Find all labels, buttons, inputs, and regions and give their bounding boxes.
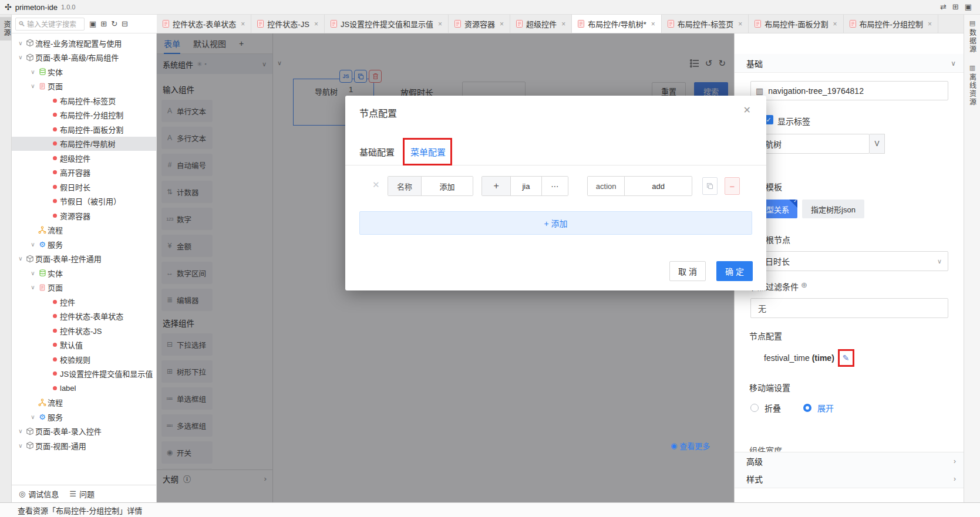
tree-item-18[interactable]: 控件 — [12, 295, 156, 309]
close-icon[interactable]: × — [314, 20, 318, 28]
root-node-select[interactable]: 假日时长 ∨ — [750, 251, 948, 271]
tree-item-10[interactable]: 假日时长 — [12, 180, 156, 194]
activity-tab-datasource[interactable]: ▤ 数据源 — [964, 15, 980, 53]
activity-tab-offline-resource[interactable]: ▥ 离线资源 — [964, 59, 980, 106]
locate-file-icon[interactable]: ▣ — [89, 19, 96, 28]
refresh-icon[interactable]: ↻ — [111, 19, 117, 28]
plus-icon-button[interactable]: + — [482, 177, 511, 195]
ok-button[interactable]: 确 定 — [716, 261, 753, 281]
tree-item-2[interactable]: ∨实体 — [12, 65, 156, 79]
document-tab-1[interactable]: 控件状态-JS× — [251, 15, 325, 33]
view-more-link[interactable]: ◉ 查看更多 — [671, 440, 710, 451]
tree-item-9[interactable]: 高开容器 — [12, 165, 156, 180]
close-icon[interactable]: × — [241, 20, 245, 28]
tree-item-12[interactable]: 资源容器 — [12, 208, 156, 223]
tree-item-22[interactable]: 校验规则 — [12, 352, 156, 367]
close-icon[interactable]: × — [438, 20, 442, 28]
remove-row-icon[interactable]: ✕ — [372, 180, 380, 190]
filter-value-input[interactable]: 无 — [750, 298, 948, 318]
tree-item-14[interactable]: ∨⚙服务 — [12, 237, 156, 252]
chevron-down-icon[interactable]: ∨ — [16, 442, 25, 449]
label-name-input[interactable]: 导航树 — [750, 134, 870, 154]
add-filter-icon[interactable]: ⊕ — [801, 281, 807, 289]
chevron-down-icon[interactable]: ∨ — [29, 414, 37, 420]
remove-row-button[interactable]: − — [725, 177, 740, 195]
chevron-down-icon[interactable]: ∨ — [29, 284, 37, 290]
action-input[interactable]: add — [625, 177, 692, 195]
document-tab-8[interactable]: 布局控件-分组控制× — [844, 15, 938, 33]
section-header-advanced[interactable]: 高级 › — [735, 452, 964, 471]
panel-layout-icon[interactable]: ⊞ — [952, 2, 959, 11]
document-tab-5[interactable]: 布局控件/导航树*× — [572, 15, 662, 33]
chevron-down-icon[interactable]: ∨ — [16, 428, 25, 434]
collapse-all-icon[interactable]: ⊟ — [122, 19, 128, 28]
document-tab-6[interactable]: 布局控件-标签页× — [662, 15, 749, 33]
problems-tab[interactable]: ☰ 问题 — [69, 488, 95, 499]
variable-bind-button[interactable]: V — [870, 134, 885, 154]
cancel-button[interactable]: 取 消 — [669, 261, 706, 281]
close-icon[interactable]: × — [500, 20, 504, 28]
close-icon[interactable]: × — [738, 20, 742, 28]
tree-item-20[interactable]: 控件状态-JS — [12, 323, 156, 338]
dialog-tab-basic[interactable]: 基础配置 — [359, 146, 395, 158]
tree-item-15[interactable]: ∨页面-表单-控件通用 — [12, 252, 156, 266]
tree-json-button[interactable]: 指定树形json — [802, 200, 864, 218]
chevron-down-icon[interactable]: ∨ — [29, 241, 37, 248]
document-tab-2[interactable]: JS设置控件提交值和显示值× — [325, 15, 449, 33]
document-tab-3[interactable]: 资源容器× — [449, 15, 510, 33]
tree-item-23[interactable]: JS设置控件提交值和显示值 — [12, 367, 156, 381]
tree-item-6[interactable]: 布局控件-面板分割 — [12, 122, 156, 137]
close-icon[interactable]: × — [561, 20, 565, 28]
close-icon[interactable]: ✕ — [743, 104, 751, 116]
close-icon[interactable]: × — [651, 20, 655, 28]
mobile-settings-label: 移动端设置 — [749, 381, 790, 393]
chevron-down-icon[interactable]: ∨ — [29, 83, 37, 89]
tree-item-13[interactable]: 流程 — [12, 223, 156, 238]
tree-item-17[interactable]: ∨页面 — [12, 281, 156, 295]
add-menu-item-button[interactable]: + 添加 — [359, 211, 752, 235]
tree-item-8[interactable]: 超级控件 — [12, 151, 156, 165]
edit-pencil-icon[interactable]: ✎ — [840, 351, 853, 365]
close-icon[interactable]: × — [928, 20, 932, 28]
chevron-down-icon[interactable]: ∨ — [16, 40, 25, 46]
document-tab-0[interactable]: 控件状态-表单状态× — [157, 15, 251, 33]
document-tab-7[interactable]: 布局控件-面板分割× — [749, 15, 843, 33]
chevron-down-icon[interactable]: ∨ — [16, 54, 25, 60]
tree-item-26[interactable]: ∨⚙服务 — [12, 410, 156, 424]
tree-item-7[interactable]: 布局控件/导航树 — [12, 137, 156, 151]
chevron-down-icon[interactable]: ∨ — [16, 255, 25, 262]
tree-item-16[interactable]: ∨实体 — [12, 266, 156, 281]
tree-item-0[interactable]: ∨流程-业务流程配置与使用 — [12, 36, 156, 50]
activity-tab-resources[interactable]: 资源 — [0, 17, 12, 40]
tree-item-21[interactable]: 默认值 — [12, 338, 156, 353]
component-id-input[interactable]: ▥ navigation-tree_19764812 — [750, 81, 948, 100]
tree-item-28[interactable]: ∨页面-视图-通用 — [12, 438, 156, 453]
tree-item-24[interactable]: label — [12, 381, 156, 396]
tree-item-3[interactable]: ∨页面 — [12, 79, 156, 94]
debug-info-tab[interactable]: ◎ 调试信息 — [19, 488, 59, 499]
tree-item-27[interactable]: ∨页面-表单-录入控件 — [12, 424, 156, 439]
chevron-down-icon[interactable]: ∨ — [29, 69, 37, 75]
more-options-button[interactable]: ⋯ — [542, 177, 568, 195]
section-header-basic[interactable]: 基础 ∨ — [735, 54, 964, 73]
close-icon[interactable]: × — [833, 20, 837, 28]
tree-item-4[interactable]: 布局控件-标签页 — [12, 93, 156, 108]
search-input[interactable]: 🔍︎ 输入关键字搜索 — [15, 18, 85, 31]
save-icon[interactable]: ▣ — [965, 2, 972, 11]
icon-input[interactable]: jia — [511, 177, 541, 195]
tree-item-25[interactable]: 流程 — [12, 396, 156, 410]
tree-item-11[interactable]: 节假日（被引用） — [12, 194, 156, 209]
radio-expand[interactable] — [803, 404, 811, 412]
document-tab-4[interactable]: 超级控件× — [510, 15, 572, 33]
chevron-down-icon[interactable]: ∨ — [29, 270, 37, 276]
new-folder-icon[interactable]: ⊞ — [100, 19, 107, 28]
name-input[interactable]: 添加 — [422, 177, 473, 195]
tree-item-5[interactable]: 布局控件-分组控制 — [12, 108, 156, 123]
copy-row-button[interactable] — [702, 177, 718, 195]
radio-collapse[interactable] — [750, 404, 759, 412]
left-activity-bar: 资源 — [0, 15, 12, 502]
swap-icon[interactable]: ⇄ — [940, 2, 947, 11]
section-header-style[interactable]: 样式 › — [735, 469, 964, 488]
tree-item-1[interactable]: ∨页面-表单-高级/布局组件 — [12, 50, 156, 65]
tree-item-19[interactable]: 控件状态-表单状态 — [12, 309, 156, 324]
